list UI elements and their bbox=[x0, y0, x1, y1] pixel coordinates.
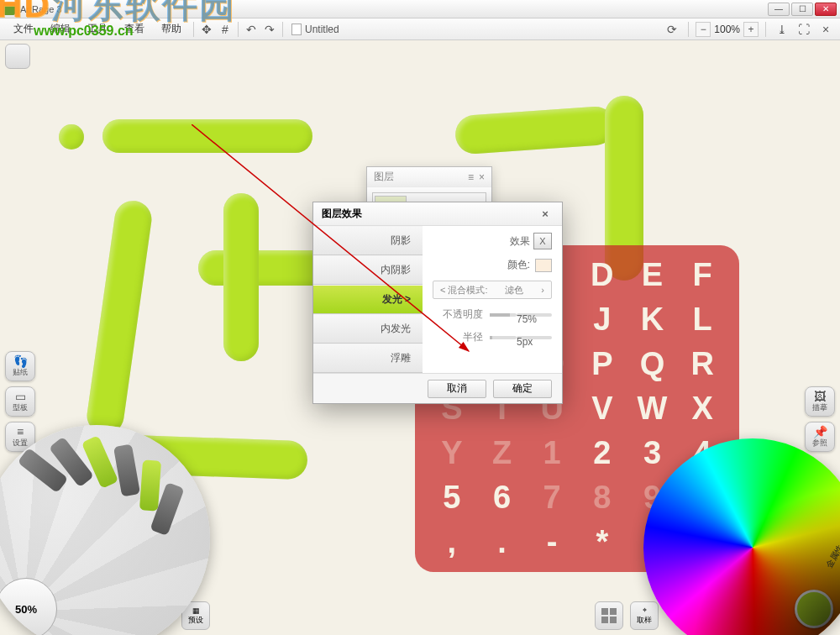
opacity-slider[interactable] bbox=[490, 313, 517, 317]
tracing-pod[interactable]: 🖼描摹 bbox=[805, 386, 835, 417]
sliders-icon: ≡ bbox=[17, 426, 24, 438]
cancel-button[interactable]: 取消 bbox=[428, 380, 486, 398]
radius-slider[interactable] bbox=[490, 336, 517, 339]
ok-button[interactable]: 确定 bbox=[493, 380, 552, 398]
app-icon bbox=[3, 3, 15, 15]
eyedropper-icon: ⌖ bbox=[643, 606, 647, 615]
effect-inner-glow[interactable]: 内发光 bbox=[313, 314, 423, 344]
dialog-close-icon[interactable]: × bbox=[537, 207, 554, 222]
effect-shadow[interactable]: 阴影 bbox=[313, 226, 423, 255]
redo-icon[interactable]: ↷ bbox=[260, 21, 279, 38]
zoom-out-button[interactable]: − bbox=[696, 22, 711, 37]
layers-menu-icon[interactable]: ≡ bbox=[468, 171, 474, 183]
zoom-in-button[interactable]: + bbox=[743, 22, 759, 37]
window-titlebar: ArtRage 3 — ☐ ✕ bbox=[0, 0, 840, 18]
refs-pod[interactable]: 📌参照 bbox=[805, 422, 835, 452]
opacity-value[interactable]: 75% bbox=[517, 313, 552, 317]
menu-help[interactable]: 帮助 bbox=[153, 22, 190, 36]
stencils-pod[interactable]: ▭型板 bbox=[5, 386, 35, 417]
effect-emboss[interactable]: 浮雕 bbox=[313, 344, 423, 373]
move-tool-icon[interactable]: ✥ bbox=[197, 21, 216, 38]
effect-list: 阴影 内阴影 发光 > 内发光 浮雕 bbox=[313, 226, 423, 373]
pin-icon: 📌 bbox=[813, 426, 827, 438]
document-icon bbox=[291, 24, 302, 35]
rotate-canvas-icon[interactable]: ⟳ bbox=[663, 21, 681, 38]
tracing-icon: 🖼 bbox=[814, 391, 826, 402]
menu-tools[interactable]: 工具 bbox=[79, 22, 116, 36]
menu-file[interactable]: 文件 bbox=[5, 22, 42, 36]
opacity-label: 不透明度 bbox=[433, 307, 483, 322]
footprint-icon: 👣 bbox=[13, 355, 28, 367]
effect-glow[interactable]: 发光 > bbox=[313, 285, 423, 314]
chevron-right-icon: › bbox=[541, 285, 544, 295]
close-button[interactable]: ✕ bbox=[815, 3, 837, 16]
sample-pod[interactable]: ⌖取样 bbox=[630, 601, 659, 630]
fit-screen-icon[interactable]: ⤓ bbox=[773, 21, 791, 38]
stencil-icon: ▭ bbox=[15, 391, 26, 402]
effect-inner-shadow[interactable]: 内阴影 bbox=[313, 255, 423, 285]
current-color-swător[interactable] bbox=[795, 590, 833, 628]
color-grid-pod[interactable] bbox=[595, 601, 623, 630]
effect-toggle-button[interactable]: X bbox=[533, 233, 552, 249]
menu-edit[interactable]: 编辑 bbox=[42, 22, 79, 36]
layers-close-icon[interactable]: × bbox=[479, 171, 485, 183]
radius-value[interactable]: 5px bbox=[517, 336, 552, 339]
layer-effects-dialog: 图层效果 × 阴影 内阴影 发光 > 内发光 浮雕 效果 X 颜色: bbox=[312, 202, 563, 404]
hide-panels-icon[interactable]: × bbox=[816, 21, 835, 38]
preset-icon: ▦ bbox=[192, 606, 200, 615]
minimize-button[interactable]: — bbox=[768, 3, 790, 16]
menu-toolbar: 文件 编辑 工具 查看 帮助 ✥ # ↶ ↷ Untitled ⟳ − 100%… bbox=[0, 18, 840, 40]
glow-color-swatch[interactable] bbox=[535, 259, 552, 272]
blend-mode-selector[interactable]: < 混合模式: 滤色 › bbox=[433, 281, 552, 299]
radius-label: 半径 bbox=[433, 330, 483, 344]
metallic-label[interactable]: 金属性 0% bbox=[824, 530, 840, 570]
menu-view[interactable]: 查看 bbox=[116, 22, 153, 36]
zoom-value[interactable]: 100% bbox=[712, 24, 742, 35]
canvas-nav-widget[interactable] bbox=[5, 44, 30, 69]
color-label: 颜色: bbox=[507, 258, 530, 272]
grid-tool-icon[interactable]: # bbox=[216, 21, 234, 38]
undo-icon[interactable]: ↶ bbox=[242, 21, 260, 38]
maximize-button[interactable]: ☐ bbox=[791, 3, 813, 16]
layers-title: 图层 bbox=[374, 170, 394, 184]
dialog-title: 图层效果 bbox=[322, 207, 362, 221]
app-title: ArtRage 3 bbox=[20, 4, 62, 14]
document-name: Untitled bbox=[305, 24, 339, 35]
zoom-control: − 100% + bbox=[696, 22, 759, 37]
stickers-pod[interactable]: 👣贴纸 bbox=[5, 351, 35, 381]
effect-toggle-label: 效果 bbox=[510, 234, 530, 249]
fullscreen-icon[interactable]: ⛶ bbox=[795, 21, 813, 38]
document-tab[interactable]: Untitled bbox=[291, 24, 339, 35]
